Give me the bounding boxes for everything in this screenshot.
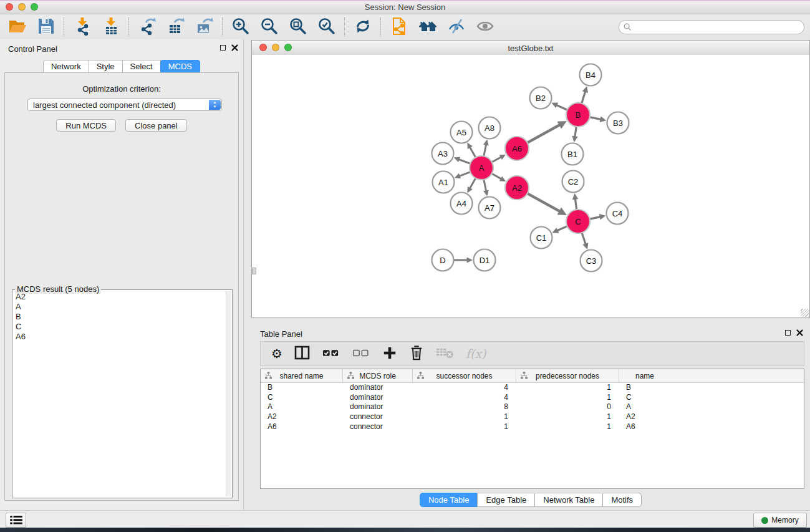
result-list-scrollbar[interactable] (226, 291, 231, 496)
close-panel-button[interactable]: Close panel (125, 119, 187, 132)
result-item[interactable]: A6 (13, 332, 226, 342)
edge-A6-B[interactable] (528, 125, 560, 143)
close-table-panel-icon[interactable] (796, 329, 803, 336)
save-session-button[interactable] (36, 17, 57, 37)
resize-grip-icon[interactable] (801, 309, 809, 317)
result-item[interactable]: B (13, 312, 226, 322)
table-row[interactable]: Cdominator41C (261, 393, 804, 403)
zoom-fit-button[interactable] (287, 17, 309, 37)
table-row[interactable]: Bdominator41B (261, 383, 804, 393)
tab-network[interactable]: Network (43, 60, 89, 74)
edge-B-B1[interactable] (575, 127, 576, 137)
cell-predecessor-nodes[interactable]: 1 (516, 412, 619, 422)
column-header-shared-name[interactable]: shared name (261, 369, 343, 382)
result-item[interactable]: A2 (13, 292, 226, 302)
edge-A-A3[interactable] (459, 160, 470, 164)
edge-A2-C[interactable] (528, 193, 560, 211)
cell-MCDS-role[interactable]: dominator (343, 402, 413, 412)
column-header-successor-nodes[interactable]: successor nodes (413, 369, 516, 382)
refresh-layout-button[interactable] (352, 17, 374, 37)
cell-successor-nodes[interactable]: 1 (413, 422, 516, 432)
cell-MCDS-role[interactable]: dominator (343, 393, 413, 403)
cell-name[interactable]: A (619, 402, 670, 412)
tab-network-table[interactable]: Network Table (534, 493, 603, 507)
cell-predecessor-nodes[interactable]: 1 (516, 422, 619, 432)
deselect-all-button[interactable] (352, 344, 370, 363)
network-view-canvas[interactable]: B4B2BB3A8A5A6A3B1AC2A1A2A4A7C4CC1C3DD1 (252, 55, 809, 317)
table-row[interactable]: A2connector11A2 (261, 412, 804, 422)
mcds-result-list[interactable]: A2ABCA6 (13, 292, 226, 497)
memory-button[interactable]: Memory (753, 513, 807, 528)
cell-shared-name[interactable]: A6 (261, 422, 343, 432)
tab-style[interactable]: Style (89, 60, 123, 74)
task-history-button[interactable] (6, 513, 26, 528)
cell-successor-nodes[interactable]: 1 (413, 412, 516, 422)
add-column-button[interactable] (382, 344, 397, 363)
zoom-selected-button[interactable] (316, 17, 337, 37)
tab-edge-table[interactable]: Edge Table (477, 493, 535, 507)
cell-MCDS-role[interactable]: connector (343, 422, 413, 432)
export-table-button[interactable] (165, 17, 186, 37)
edge-A-A2[interactable] (492, 174, 501, 179)
edge-A-A6[interactable] (492, 157, 501, 162)
import-table-button[interactable] (100, 17, 122, 37)
zoom-out-button[interactable] (259, 17, 280, 37)
cell-predecessor-nodes[interactable]: 0 (516, 402, 619, 412)
table-row[interactable]: A6connector11A6 (261, 422, 804, 432)
window-edge-handle[interactable] (252, 268, 256, 274)
edge-B-B3[interactable] (590, 117, 601, 120)
tab-motifs[interactable]: Motifs (602, 493, 642, 507)
open-session-button[interactable] (7, 17, 28, 37)
edge-C-C2[interactable] (576, 199, 577, 210)
edge-A-A4[interactable] (470, 178, 475, 188)
cell-shared-name[interactable]: C (261, 393, 343, 403)
float-panel-icon[interactable] (220, 45, 226, 51)
edge-B-B4[interactable] (582, 92, 586, 104)
node-table[interactable]: shared nameMCDS rolesuccessor nodesprede… (260, 369, 804, 489)
search-box[interactable] (619, 20, 804, 34)
show-graphics-details-button[interactable] (475, 17, 496, 37)
column-header-predecessor-nodes[interactable]: predecessor nodes (516, 369, 619, 382)
network-window-titlebar[interactable]: testGlobe.txt (252, 41, 809, 56)
export-image-button[interactable] (194, 17, 215, 37)
edge-C-C3[interactable] (582, 233, 586, 244)
edge-A-A7[interactable] (484, 180, 486, 191)
column-chooser-button[interactable] (294, 344, 311, 363)
cell-name[interactable]: B (619, 383, 670, 393)
cell-name[interactable]: A2 (619, 412, 670, 422)
result-item[interactable]: A (13, 302, 226, 312)
edge-A-A5[interactable] (470, 147, 475, 157)
close-panel-icon[interactable] (231, 44, 238, 51)
cell-predecessor-nodes[interactable]: 1 (516, 393, 619, 403)
zoom-in-button[interactable] (230, 17, 251, 37)
cell-MCDS-role[interactable]: connector (343, 412, 413, 422)
edge-B-B2[interactable] (557, 105, 567, 110)
table-row[interactable]: Adominator80A (261, 402, 804, 412)
network-graph[interactable]: B4B2BB3A8A5A6A3B1AC2A1A2A4A7C4CC1C3DD1 (252, 55, 809, 317)
column-header-name[interactable]: name (619, 369, 670, 382)
float-table-panel-icon[interactable] (785, 330, 791, 336)
home-layout-button[interactable] (417, 17, 438, 37)
cell-shared-name[interactable]: A2 (261, 412, 343, 422)
search-input[interactable] (634, 22, 804, 32)
table-settings-button[interactable]: ⚙ (271, 344, 282, 363)
edge-C-C4[interactable] (590, 217, 600, 220)
result-item[interactable]: C (13, 322, 226, 332)
import-network-button[interactable] (72, 17, 93, 37)
edge-A-A1[interactable] (460, 172, 470, 177)
export-network-button[interactable] (137, 17, 158, 37)
edge-C-C1[interactable] (557, 226, 567, 231)
tab-mcds[interactable]: MCDS (160, 60, 200, 74)
cell-shared-name[interactable]: B (261, 383, 343, 393)
tab-node-table[interactable]: Node Table (420, 493, 478, 507)
edge-A-A8[interactable] (484, 145, 486, 156)
cell-successor-nodes[interactable]: 4 (413, 383, 516, 393)
cell-name[interactable]: A6 (619, 422, 670, 432)
new-session-from-network-button[interactable] (388, 17, 410, 37)
cell-MCDS-role[interactable]: dominator (343, 383, 413, 393)
column-header-MCDS-role[interactable]: MCDS role (343, 369, 413, 382)
cell-successor-nodes[interactable]: 4 (413, 393, 516, 403)
toggle-birdseye-button[interactable] (446, 17, 467, 37)
tab-select[interactable]: Select (122, 60, 161, 74)
cell-shared-name[interactable]: A (261, 402, 343, 412)
